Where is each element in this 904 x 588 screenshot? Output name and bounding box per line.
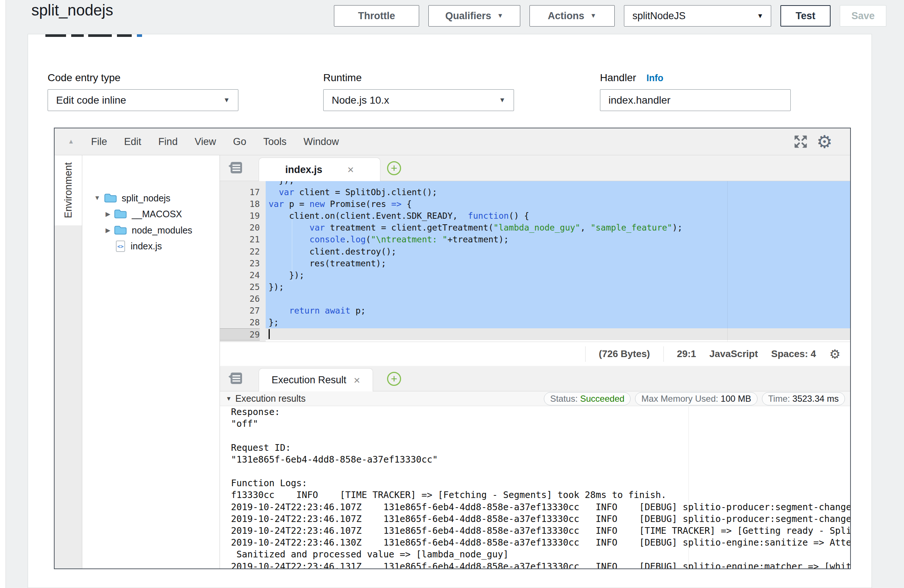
tree-folder-label: node_modules	[132, 225, 192, 236]
svg-text:<>: <>	[117, 243, 123, 249]
code-line: client.destroy();	[266, 246, 850, 258]
tab-list-icon[interactable]	[228, 161, 243, 176]
chevron-down-icon[interactable]: ▼	[226, 395, 232, 402]
collapse-icon[interactable]: ▲	[68, 138, 74, 145]
code-entry-type-select[interactable]: Edit code inline ▼	[47, 89, 239, 111]
code-line: console.log("\ntreatment: "+treatment);	[266, 234, 850, 246]
code-line: });	[266, 281, 850, 293]
indentation-setting[interactable]: Spaces: 4	[771, 348, 816, 360]
new-tab-icon[interactable]: +	[387, 161, 401, 175]
gear-icon[interactable]: ⚙	[830, 347, 841, 362]
line-number: 27	[220, 305, 260, 317]
chevron-down-icon: ▼	[223, 96, 230, 104]
line-number: 17	[220, 186, 260, 198]
tree-row-folder[interactable]: ▶ __MACOSX	[106, 207, 182, 221]
chevron-down-icon: ▼	[499, 96, 506, 104]
tab-list-icon[interactable]	[228, 371, 243, 387]
code-line: var client = SplitObj.client();	[266, 186, 850, 198]
line-number: 21	[220, 234, 260, 246]
qualifiers-label: Qualifiers	[446, 10, 492, 22]
line-number: 26	[220, 293, 260, 305]
code-line	[266, 293, 850, 305]
handler-value: index.handler	[608, 95, 670, 106]
menu-item-find[interactable]: Find	[158, 136, 178, 147]
menu-item-tools[interactable]: Tools	[263, 136, 286, 147]
menu-items: FileEditFindViewGoToolsWindow	[91, 136, 339, 147]
language-mode[interactable]: JavaScript	[710, 348, 758, 360]
test-button[interactable]: Test	[781, 5, 831, 27]
code-line: var treatment = client.getTreatment("lam…	[266, 222, 850, 234]
cursor-position[interactable]: 29:1	[677, 348, 696, 360]
file-tree-panel: ▼ split_nodejs ⚙ ▾ ▶ __MACOSX ▶	[82, 155, 220, 569]
code-entry-type-label: Code entry type	[47, 72, 121, 84]
code-line	[266, 328, 850, 340]
throttle-label: Throttle	[358, 10, 395, 22]
code-line: var p = new Promise(res => {	[266, 198, 850, 210]
chevron-down-icon: ▼	[757, 12, 763, 20]
menu-item-go[interactable]: Go	[233, 136, 246, 147]
line-number: 19	[220, 210, 260, 222]
tree-row-file[interactable]: <> index.js	[115, 239, 162, 253]
test-event-select[interactable]: splitNodeJS ▼	[624, 5, 771, 27]
test-event-value: splitNodeJS	[632, 10, 686, 22]
tree-file-label: index.js	[131, 241, 162, 251]
line-number: 25	[220, 281, 260, 293]
execution-log-text: Response: "off" Request ID: "131e865f-6e…	[220, 406, 850, 569]
close-icon[interactable]: ×	[354, 374, 360, 387]
editor-statusbar: (726 Bytes) 29:1 JavaScript Spaces: 4 ⚙	[220, 342, 850, 366]
new-tab-icon[interactable]: +	[387, 372, 401, 386]
handler-label-text: Handler	[600, 72, 636, 83]
editor-menubar: ▲ FileEditFindViewGoToolsWindow ⚙	[55, 128, 850, 155]
gear-icon[interactable]: ⚙	[817, 131, 833, 152]
tree-row-folder[interactable]: ▶ node_modules	[106, 223, 192, 237]
menu-item-file[interactable]: File	[91, 136, 107, 147]
menu-item-view[interactable]: View	[194, 136, 216, 147]
throttle-button[interactable]: Throttle	[334, 5, 419, 27]
environment-tab[interactable]: Environment	[55, 155, 82, 225]
execution-log-area[interactable]: Response: "off" Request ID: "131e865f-6e…	[220, 406, 850, 569]
handler-input[interactable]: index.handler	[600, 89, 791, 111]
tab-execution-result[interactable]: Execution Result ×	[259, 368, 373, 392]
code-line: };	[266, 316, 850, 329]
handler-label: HandlerInfo	[600, 72, 664, 84]
handler-info-link[interactable]: Info	[646, 73, 664, 83]
chevron-right-icon[interactable]: ▶	[106, 210, 110, 218]
tree-row-root[interactable]: ▼ split_nodejs ⚙ ▾	[94, 191, 171, 205]
chevron-down-icon[interactable]: ▼	[94, 194, 100, 202]
line-number: 24	[220, 269, 260, 281]
chevron-down-icon: ▼	[590, 12, 597, 19]
line-number-gutter: 17181920212223242526272829	[220, 181, 266, 341]
fullscreen-icon[interactable]	[793, 134, 809, 151]
save-button[interactable]: Save	[840, 5, 886, 27]
close-icon[interactable]: ×	[348, 163, 354, 176]
line-number: 29	[220, 328, 260, 340]
tree-folder-label: __MACOSX	[132, 209, 182, 220]
tab-indexjs[interactable]: index.js ×	[259, 158, 381, 182]
function-code-card: Code entry type Runtime HandlerInfo Edit…	[28, 34, 872, 588]
chevron-down-icon: ▼	[497, 12, 503, 19]
menu-item-edit[interactable]: Edit	[124, 136, 141, 147]
line-number: 28	[220, 316, 260, 329]
menu-item-window[interactable]: Window	[303, 136, 339, 147]
environment-tab-label: Environment	[63, 162, 74, 218]
test-label: Test	[795, 10, 815, 22]
chevron-right-icon[interactable]: ▶	[106, 226, 110, 234]
actions-button[interactable]: Actions ▼	[529, 5, 615, 27]
print-margin	[727, 181, 728, 341]
tree-root-label: split_nodejs	[122, 193, 171, 204]
result-badges: Status: SucceededMax Memory Used: 100 MB…	[544, 392, 845, 405]
qualifiers-button[interactable]: Qualifiers ▼	[428, 5, 520, 27]
divider	[664, 346, 664, 362]
result-tabbar: Execution Result × +	[220, 366, 850, 391]
code-tabbar: index.js × +	[220, 155, 850, 181]
folder-icon	[114, 225, 126, 236]
code-line: });	[266, 269, 850, 281]
status-badge: Max Memory Used: 100 MB	[635, 392, 757, 405]
divider	[585, 346, 586, 362]
folder-icon	[114, 209, 126, 219]
folder-icon	[104, 193, 117, 203]
code-text-area[interactable]: }); var client = SplitObj.client();var p…	[266, 181, 850, 341]
actions-label: Actions	[548, 10, 585, 22]
page-title: split_nodejs	[32, 2, 113, 19]
runtime-select[interactable]: Node.js 10.x ▼	[323, 89, 514, 111]
